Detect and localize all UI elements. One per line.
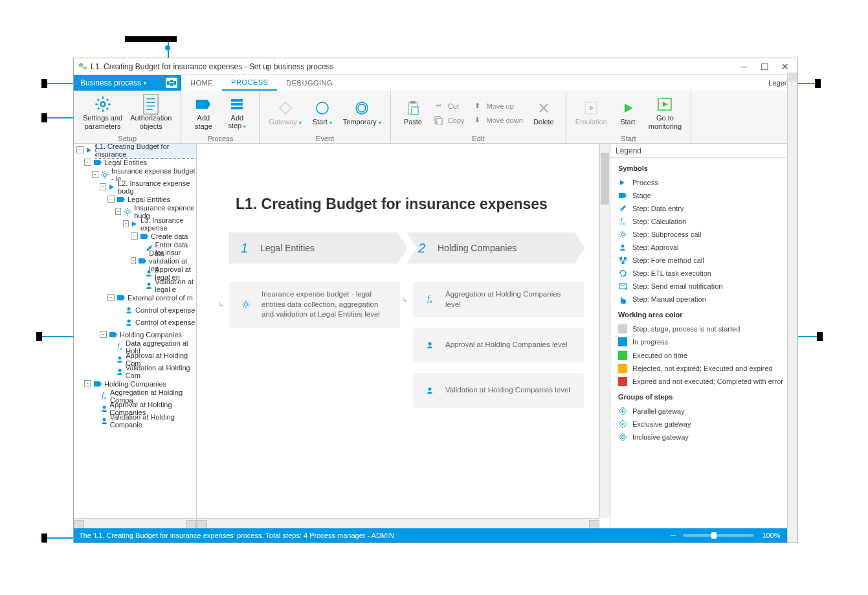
- stage-chevron[interactable]: 1Legal Entities: [229, 232, 397, 264]
- tree-expander[interactable]: -: [84, 159, 91, 166]
- tree-node-label: Holding Companies: [104, 380, 166, 388]
- tree-expander[interactable]: -: [123, 220, 129, 227]
- tree-expander[interactable]: -: [107, 294, 115, 301]
- status-message: The 'L1. Creating Budget for insurance e…: [79, 532, 394, 539]
- ribbon-temporary-button[interactable]: Temporary ▾: [340, 98, 384, 128]
- tab-home[interactable]: HOME: [181, 75, 222, 91]
- tree-expander[interactable]: -: [84, 380, 91, 387]
- maximize-button[interactable]: ☐: [760, 62, 769, 71]
- tree-hscroll[interactable]: [74, 518, 196, 528]
- tree-expander[interactable]: -: [92, 171, 98, 178]
- ribbon-start-button[interactable]: Start ▾: [307, 98, 338, 128]
- ribbon-copy-button[interactable]: Copy: [431, 114, 467, 127]
- file-menu[interactable]: Business process ▾: [74, 75, 162, 91]
- tree-expander[interactable]: -: [107, 196, 115, 203]
- tree-expander[interactable]: -: [100, 331, 107, 338]
- ribbon-go-to-monitoring-button[interactable]: Go tomonitoring: [646, 95, 684, 131]
- ribbon-add-stage-button[interactable]: Addstage: [188, 95, 219, 131]
- tree-node-label: Validation at Holding Companie: [110, 413, 196, 429]
- zoom-label: 100%: [762, 532, 780, 539]
- double-circle-icon: [353, 100, 371, 117]
- ribbon-add-step-button[interactable]: Addstep ▾: [221, 95, 252, 131]
- approval-icon: [145, 281, 153, 290]
- subprocess-icon: [100, 170, 109, 179]
- circle-icon: [313, 100, 331, 117]
- canvas-vscroll[interactable]: [599, 144, 610, 518]
- tree-node[interactable]: Validation at legal e: [74, 279, 196, 291]
- tab-debugging[interactable]: DEBUGGING: [277, 75, 342, 91]
- step-card[interactable]: Validation at Holding Companies level: [413, 373, 584, 408]
- step-card[interactable]: ↳fxAggregation at Holding Companies leve…: [413, 282, 584, 317]
- ribbon-paste-button[interactable]: Paste: [397, 98, 428, 127]
- ribbon-delete-button[interactable]: Delete: [528, 98, 559, 127]
- tree-node[interactable]: -L3. Insurance expense: [74, 218, 196, 230]
- legend-section-header: Symbols: [618, 164, 790, 172]
- svg-point-29: [148, 282, 151, 286]
- tree-node-label: Legal Entities: [128, 196, 170, 203]
- tree-expander[interactable]: -: [131, 257, 136, 264]
- tree-node[interactable]: -L1. Creating Budget for insurance: [74, 144, 196, 156]
- tree-node[interactable]: Control of expense: [74, 316, 196, 328]
- tree-node[interactable]: Validation at Holding Companie: [74, 414, 196, 427]
- ribbon-group-edit: Paste✂CutCopy⬆Move up⬇Move downDeleteEdi…: [391, 91, 566, 143]
- tree-expander[interactable]: -: [76, 146, 83, 153]
- ribbon-move-up-button[interactable]: ⬆Move up: [470, 100, 526, 113]
- tree-node-label: L1. Creating Budget for insurance: [96, 144, 196, 158]
- ribbon-emulation-button[interactable]: Emulation: [573, 98, 610, 127]
- ribbon-group-setup: Settings andparametersAuthorizationobjec…: [74, 91, 181, 143]
- stage-chevron[interactable]: 2Holding Companies: [406, 232, 575, 264]
- svg-rect-1: [83, 67, 87, 69]
- ribbon: Settings andparametersAuthorizationobjec…: [74, 91, 797, 144]
- tree-node[interactable]: Control of expense: [74, 304, 196, 316]
- app-icon: [78, 62, 88, 72]
- svg-point-32: [118, 356, 122, 359]
- zoom-out-button[interactable]: ─: [671, 532, 676, 539]
- svg-rect-13: [231, 99, 243, 102]
- svg-rect-21: [412, 107, 418, 115]
- stage-icon: [117, 293, 126, 302]
- tree-expander[interactable]: -: [100, 183, 106, 190]
- tree-node-label: L3. Insurance expense: [140, 216, 196, 232]
- minimize-button[interactable]: ─: [739, 62, 748, 71]
- tree-expander[interactable]: -: [115, 208, 121, 215]
- ribbon-move-down-button[interactable]: ⬇Move down: [470, 114, 526, 127]
- chevron-down-icon: ▾: [144, 80, 146, 86]
- legend-header: Legend ✕: [610, 144, 797, 158]
- approval-icon: [422, 383, 438, 398]
- ribbon-gateway-button[interactable]: Gateway ▾: [266, 98, 304, 128]
- tree-node[interactable]: -L2. Insurance expense budg: [74, 181, 196, 193]
- legend-item-label: In progress: [632, 337, 668, 346]
- legend-vscroll[interactable]: [787, 144, 797, 528]
- approval-icon: [124, 318, 133, 327]
- ribbon-settings-and-parameters-button[interactable]: Settings andparameters: [80, 95, 125, 131]
- ribbon-start-button[interactable]: Start: [612, 98, 643, 127]
- zoom-slider[interactable]: [683, 534, 754, 537]
- svg-point-35: [102, 418, 106, 421]
- tree-node-label: Create data: [151, 232, 188, 240]
- tree-node[interactable]: -External control of m: [74, 291, 196, 304]
- tree-node[interactable]: Validation at Holding Com: [74, 365, 196, 377]
- svg-point-40: [621, 245, 625, 248]
- process-title: L1. Creating Budget for insurance expens…: [236, 196, 584, 213]
- tree-expander[interactable]: -: [131, 232, 138, 240]
- ribbon-authorization-objects-button[interactable]: Authorizationobjects: [128, 95, 174, 131]
- stage-icon: [140, 232, 149, 241]
- stage-shape-icon: [194, 96, 212, 113]
- qat-layout-icon[interactable]: [166, 78, 177, 88]
- legend-item-label: Step: Manual operation: [632, 295, 706, 303]
- ribbon-cut-button[interactable]: ✂Cut: [431, 100, 467, 113]
- svg-rect-42: [624, 257, 627, 260]
- step-card[interactable]: ↳Insurance expense budget - legal entiti…: [229, 282, 400, 328]
- step-card[interactable]: Approval at Holding Companies level: [413, 328, 584, 363]
- legend-item: Step: Data entry: [618, 202, 790, 215]
- legend-item-label: Step: Fore method call: [632, 256, 704, 264]
- tab-process[interactable]: PROCESS: [222, 75, 277, 91]
- approval-icon: [422, 337, 438, 353]
- doc-lines-icon: [142, 96, 160, 113]
- play-green-icon: [619, 100, 637, 117]
- statusbar: The 'L1. Creating Budget for insurance e…: [74, 528, 797, 543]
- gear-icon: [94, 96, 112, 113]
- close-button[interactable]: ✕: [781, 62, 790, 71]
- legend-item-label: Step: Subprocess call: [632, 230, 701, 238]
- canvas-hscroll[interactable]: [197, 518, 599, 528]
